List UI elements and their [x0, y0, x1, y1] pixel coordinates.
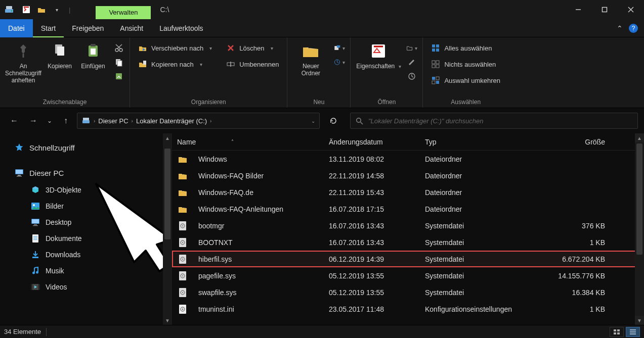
files-scrollbar[interactable]: ▲ ▼: [635, 133, 644, 325]
file-name: Windows-FAQ Bilder: [198, 172, 264, 180]
file-row[interactable]: bootmgr16.07.2016 13:43Systemdatei376 KB: [172, 217, 644, 234]
svg-rect-11: [57, 46, 64, 56]
address-dropdown-icon[interactable]: ⌄: [311, 118, 315, 124]
scroll-up-icon[interactable]: ▲: [163, 133, 172, 142]
refresh-button[interactable]: [325, 113, 342, 129]
tab-home[interactable]: Start: [33, 19, 64, 37]
file-date: 23.05.2017 11:48: [329, 305, 425, 313]
breadcrumb-this-pc[interactable]: Dieser PC: [98, 117, 128, 125]
open-icon[interactable]: ▾: [406, 42, 417, 54]
nav-forward-button[interactable]: →: [25, 113, 41, 129]
file-row[interactable]: hiberfil.sys06.12.2019 14:39Systemdatei6…: [172, 251, 644, 267]
maximize-button[interactable]: [591, 0, 618, 19]
pin-to-quick-access-button[interactable]: An Schnellzugriff anheften: [5, 40, 41, 84]
file-row[interactable]: swapfile.sys05.12.2019 13:55Systemdatei1…: [172, 284, 644, 301]
tree-item-downloads[interactable]: Downloads: [0, 247, 172, 263]
group-label-open: Öffnen: [351, 96, 422, 108]
scroll-thumb[interactable]: [636, 143, 642, 255]
col-name[interactable]: Name˄: [177, 138, 329, 146]
nav-recent-dropdown[interactable]: ⌄: [45, 113, 55, 129]
scroll-down-icon[interactable]: ▼: [163, 316, 172, 325]
file-size: 6.672.204 KB: [536, 255, 612, 263]
scroll-down-icon[interactable]: ▼: [635, 316, 644, 325]
file-date: 16.07.2016 13:43: [329, 238, 425, 247]
tree-item-musik[interactable]: Musik: [0, 263, 172, 279]
rename-button[interactable]: Umbenennen: [223, 58, 282, 71]
paste-shortcut-icon[interactable]: [113, 71, 124, 82]
tab-drive-tools[interactable]: Laufwerktools: [151, 19, 211, 37]
select-none-button[interactable]: Nichts auswählen: [428, 58, 503, 71]
scroll-thumb[interactable]: [164, 149, 170, 239]
svg-rect-56: [32, 219, 39, 223]
tree-item-dokumente[interactable]: Dokumente: [0, 230, 172, 247]
invert-selection-button[interactable]: Auswahl umkehren: [428, 74, 503, 87]
svg-rect-89: [614, 332, 616, 334]
tree-this-pc[interactable]: Dieser PC: [0, 164, 172, 182]
file-row[interactable]: Windows13.11.2019 08:02Dateiordner: [172, 151, 644, 167]
copy-to-button[interactable]: Kopieren nach▾: [135, 58, 215, 71]
file-row[interactable]: Windows-FAQ-Anleitungen16.07.2018 17:15D…: [172, 201, 644, 217]
edit-icon[interactable]: [406, 57, 417, 68]
col-date[interactable]: Änderungsdatum: [329, 138, 425, 146]
chevron-right-icon[interactable]: ›: [94, 118, 95, 124]
file-row[interactable]: BOOTNXT16.07.2016 13:43Systemdatei1 KB: [172, 234, 644, 251]
scroll-up-icon[interactable]: ▲: [635, 133, 644, 142]
history-icon[interactable]: [406, 71, 417, 82]
file-row[interactable]: Windows-FAQ.de22.11.2019 15:43Dateiordne…: [172, 184, 644, 201]
properties-button[interactable]: Eigenschaften ▾: [356, 40, 401, 70]
view-large-icons-button[interactable]: [610, 327, 624, 337]
ribbon-group-select: Alles auswählen Nichts auswählen Auswahl…: [423, 37, 508, 108]
tree-quick-access[interactable]: Schnellzugriff: [0, 138, 172, 157]
context-tab-manage[interactable]: Verwalten: [96, 6, 151, 19]
qat-newfolder-icon[interactable]: [36, 5, 47, 15]
col-type[interactable]: Typ: [425, 138, 536, 146]
qat-dropdown[interactable]: ▾: [52, 5, 62, 15]
tree-item-3d-objekte[interactable]: 3D-Objekte: [0, 182, 172, 198]
file-icon: [177, 220, 188, 231]
close-button[interactable]: [618, 0, 644, 19]
select-all-button[interactable]: Alles auswählen: [428, 41, 503, 55]
address-bar[interactable]: › Dieser PC › Lokaler Datenträger (C:) ›…: [77, 113, 320, 129]
easy-access-icon[interactable]: ▾: [334, 57, 345, 68]
move-to-button[interactable]: Verschieben nach▾: [135, 41, 215, 55]
tree-item-desktop[interactable]: Desktop: [0, 214, 172, 230]
file-row[interactable]: pagefile.sys05.12.2019 13:55Systemdatei1…: [172, 267, 644, 284]
copy-button[interactable]: Kopieren: [45, 40, 75, 70]
tree-item-videos[interactable]: Videos: [0, 279, 172, 295]
nav-back-button[interactable]: ←: [6, 113, 22, 129]
view-details-button[interactable]: [626, 327, 640, 337]
tab-view[interactable]: Ansicht: [112, 19, 151, 37]
search-box[interactable]: [350, 113, 638, 129]
tree-item-bilder[interactable]: Bilder: [0, 198, 172, 214]
collapse-ribbon-icon[interactable]: ⌃: [617, 24, 623, 32]
chevron-right-icon[interactable]: ›: [210, 118, 211, 124]
breadcrumb-drive-c[interactable]: Lokaler Datenträger (C:): [136, 117, 207, 125]
status-item-count: 34 Elemente: [4, 328, 41, 335]
col-size[interactable]: Größe: [536, 138, 612, 146]
file-row[interactable]: Windows-FAQ Bilder22.11.2019 14:58Dateio…: [172, 167, 644, 184]
nav-up-button[interactable]: ↑: [58, 113, 74, 129]
qat-properties-icon[interactable]: [21, 5, 31, 15]
tree-scrollbar[interactable]: ▲ ▼: [163, 133, 172, 325]
copy-to-icon: [138, 60, 147, 69]
file-row[interactable]: tmuninst.ini23.05.2017 11:48Konfiguratio…: [172, 301, 644, 317]
new-folder-button[interactable]: Neuer Ordner: [292, 40, 329, 77]
minimize-button[interactable]: [565, 0, 591, 19]
file-size: 376 KB: [536, 222, 612, 230]
new-folder-label: Neuer Ordner: [292, 63, 329, 77]
tab-share[interactable]: Freigeben: [64, 19, 112, 37]
chevron-right-icon[interactable]: ›: [132, 118, 133, 124]
file-name: bootmgr: [198, 222, 224, 230]
search-input[interactable]: [368, 117, 632, 125]
copy-path-icon[interactable]: [113, 57, 124, 68]
pc-icon: [14, 168, 24, 178]
delete-button[interactable]: Löschen▾: [223, 41, 282, 55]
content-area: Schnellzugriff Dieser PC 3D-ObjekteBilde…: [0, 133, 644, 325]
svg-rect-36: [436, 49, 439, 52]
help-icon[interactable]: ?: [629, 24, 638, 33]
file-name: swapfile.sys: [198, 288, 236, 297]
new-item-icon[interactable]: ▾: [334, 42, 345, 54]
tab-file[interactable]: Datei: [0, 19, 33, 37]
cut-icon[interactable]: [113, 42, 124, 54]
paste-button[interactable]: Einfügen: [78, 40, 108, 70]
